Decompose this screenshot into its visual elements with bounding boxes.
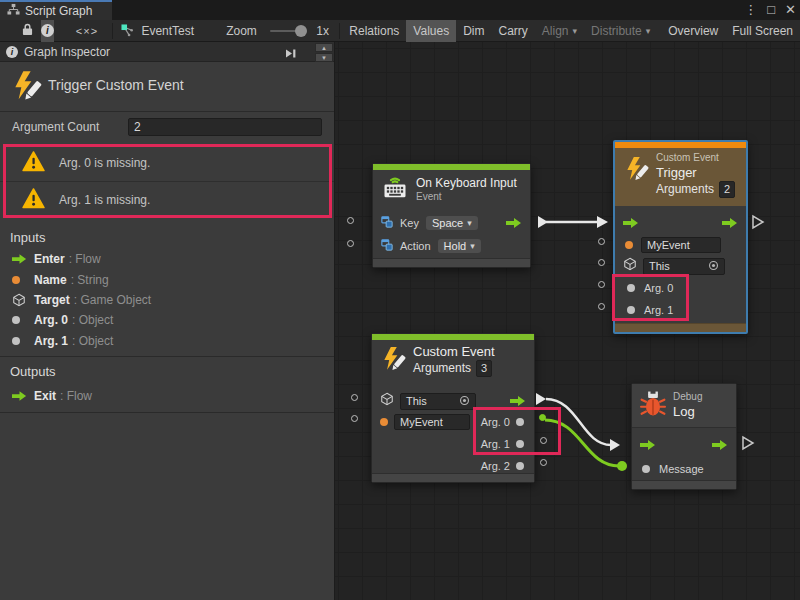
event-name-field[interactable]: MyEvent: [394, 414, 470, 430]
arg1-port-label: Arg. 1: [481, 438, 510, 450]
flow-in-arrow-icon[interactable]: [623, 218, 639, 228]
target-field[interactable]: This: [643, 258, 725, 275]
port-trigger-arg1[interactable]: [598, 303, 605, 310]
code-preview-button[interactable]: <×>: [76, 20, 98, 42]
stepper-up-button[interactable]: ▲: [315, 43, 333, 52]
bug-icon: [640, 391, 666, 421]
argument-count-input[interactable]: [128, 118, 322, 136]
input-port-arg1: Arg. 1: Object: [0, 331, 335, 351]
unit-title: Trigger Custom Event: [48, 77, 184, 93]
node-subtitle: Event: [416, 191, 517, 204]
arguments-count-badge: 3: [476, 360, 492, 377]
arg0-port-label: Arg. 0: [644, 282, 673, 294]
object-dot-icon[interactable]: [642, 465, 650, 473]
lock-icon: [22, 23, 33, 39]
inspector-header[interactable]: i Graph Inspector ▲ ▼: [0, 42, 335, 62]
panel-stepper[interactable]: ▲ ▼: [315, 43, 333, 62]
cube-icon[interactable]: [623, 257, 637, 275]
form-icon: [381, 237, 393, 255]
graph-breadcrumb[interactable]: EventTest: [134, 20, 201, 42]
event-name-field[interactable]: MyEvent: [641, 237, 721, 253]
node-title: Custom Event: [413, 344, 495, 360]
zoom-slider-knob[interactable]: [295, 25, 307, 37]
flow-out-arrow-icon[interactable]: [510, 396, 526, 406]
action-dropdown[interactable]: Hold▾: [438, 239, 481, 253]
node-kind: Custom Event: [656, 152, 735, 165]
custom-event-icon: [380, 346, 406, 376]
object-dot-icon[interactable]: [516, 418, 524, 426]
chevron-down-icon: ▾: [467, 218, 472, 228]
cube-icon: [12, 293, 34, 307]
port-customevent-target[interactable]: [351, 394, 358, 401]
key-dropdown[interactable]: Space▾: [426, 216, 478, 230]
target-field[interactable]: This: [400, 393, 476, 410]
lock-button[interactable]: [22, 20, 33, 42]
code-preview-icon: <×>: [76, 25, 98, 37]
stepper-down-button[interactable]: ▼: [315, 53, 333, 62]
port-customevent-arg2-out[interactable]: [540, 459, 547, 466]
flow-in-arrow-icon[interactable]: [640, 440, 656, 450]
flow-arrow-icon: [12, 254, 34, 264]
graph-tab-icon: [7, 2, 20, 20]
zoom-value: 1x: [309, 20, 336, 42]
port-trigger-target[interactable]: [598, 259, 605, 266]
cube-icon[interactable]: [380, 392, 394, 410]
node-title: On Keyboard Input: [416, 176, 517, 191]
port-customevent-name[interactable]: [351, 415, 358, 422]
warning-text: Arg. 1 is missing.: [59, 193, 150, 207]
port-trigger-name[interactable]: [598, 238, 605, 245]
chevron-down-icon: ▾: [470, 241, 475, 251]
flow-out-arrow-icon[interactable]: [506, 218, 522, 228]
object-dot-icon: [12, 337, 34, 345]
keyboard-icon: [381, 174, 409, 206]
port-trigger-arg0[interactable]: [598, 281, 605, 288]
string-dot-icon[interactable]: [380, 418, 388, 426]
tab-script-graph[interactable]: Script Graph: [0, 0, 112, 20]
port-keyboard-key[interactable]: [347, 217, 354, 224]
dock-panel-icon[interactable]: [285, 45, 297, 63]
arguments-label: Arguments: [413, 361, 471, 376]
node-custom-event[interactable]: Custom Event Arguments3 This MyEvent Arg…: [371, 333, 535, 483]
window-close-icon[interactable]: ✕: [785, 0, 796, 20]
object-dot-icon[interactable]: [627, 284, 635, 292]
window-menu-icon[interactable]: ⋮: [744, 0, 757, 20]
input-port-target: Target: Game Object: [0, 290, 335, 310]
arguments-label: Arguments: [656, 182, 714, 197]
object-dot-icon[interactable]: [516, 462, 524, 470]
target-picker-icon[interactable]: [708, 260, 719, 273]
zoom-slider[interactable]: [270, 30, 303, 32]
node-kind: Debug: [673, 391, 702, 404]
arguments-count-badge: 2: [719, 181, 735, 198]
inspect-button[interactable]: i: [41, 20, 54, 42]
distribute-button[interactable]: Distribute▾: [584, 20, 657, 42]
flow-out-arrow-icon[interactable]: [712, 440, 728, 450]
warning-row: Arg. 1 is missing.: [0, 182, 335, 218]
form-icon: [381, 214, 393, 232]
graph-canvas[interactable]: On Keyboard Input Event Key Space▾ Actio…: [335, 42, 800, 600]
flow-arrow-icon: [12, 391, 34, 401]
port-customevent-arg1-out[interactable]: [540, 437, 547, 444]
port-customevent-arg0-out[interactable]: [539, 414, 546, 421]
values-button[interactable]: Values: [406, 20, 456, 42]
carry-button[interactable]: Carry: [491, 20, 534, 42]
flow-out-arrow-icon[interactable]: [722, 218, 738, 228]
fullscreen-button[interactable]: Full Screen: [725, 20, 800, 42]
overview-button[interactable]: Overview: [661, 20, 725, 42]
object-dot-icon[interactable]: [627, 306, 635, 314]
node-on-keyboard-input[interactable]: On Keyboard Input Event Key Space▾ Actio…: [372, 163, 531, 268]
string-dot-icon[interactable]: [625, 241, 633, 249]
chevron-down-icon: ▾: [646, 26, 651, 36]
relations-button[interactable]: Relations: [342, 20, 406, 42]
port-keyboard-action[interactable]: [347, 240, 354, 247]
graph-toolbar: i <×> EventTest Zoom 1x Relations Values…: [0, 20, 800, 42]
input-port-name: Name: String: [0, 270, 335, 290]
node-trigger-custom-event[interactable]: Custom Event Trigger Arguments2 MyEvent …: [613, 140, 748, 334]
window-maximize-icon[interactable]: □: [767, 0, 775, 20]
argument-count-label: Argument Count: [12, 120, 99, 134]
target-picker-icon[interactable]: [459, 395, 470, 408]
object-dot-icon[interactable]: [516, 440, 524, 448]
input-port-enter: Enter: Flow: [0, 249, 335, 269]
align-button[interactable]: Align▾: [535, 20, 584, 42]
dim-button[interactable]: Dim: [456, 20, 491, 42]
node-debug-log[interactable]: Debug Log Message: [631, 383, 737, 490]
